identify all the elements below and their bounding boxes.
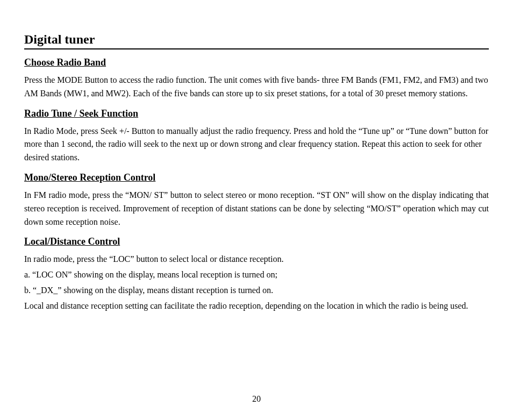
- section-paragraph: In FM radio mode, press the “MON/ ST” bu…: [24, 189, 489, 229]
- section-paragraph: Local and distance reception setting can…: [24, 300, 489, 313]
- section-paragraph: a. “LOC ON” showing on the display, mean…: [24, 268, 489, 282]
- section-heading-choose-radio-band: Choose Radio Band: [24, 57, 489, 68]
- section-heading-mono-stereo: Mono/Stereo Reception Control: [24, 172, 489, 183]
- section-paragraph: In Radio Mode, press Seek +/- Button to …: [24, 125, 489, 165]
- section-heading-radio-tune-seek: Radio Tune / Seek Function: [24, 108, 489, 119]
- main-title: Digital tuner: [24, 32, 489, 49]
- section-paragraph: Press the MODE Button to access the radi…: [24, 74, 489, 101]
- section-paragraph: b. “_DX_” showing on the display, means …: [24, 284, 489, 297]
- section-heading-local-distance: Local/Distance Control: [24, 236, 489, 247]
- section-paragraph: In radio mode, press the “LOC” button to…: [24, 253, 489, 266]
- page-number: 20: [0, 394, 513, 404]
